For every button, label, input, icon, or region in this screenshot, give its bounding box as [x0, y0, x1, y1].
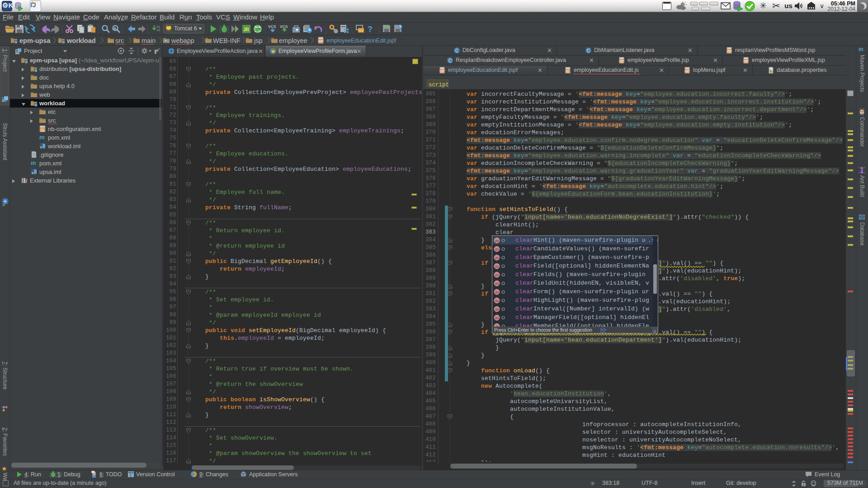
svg-text:m: m [495, 247, 499, 252]
svg-text:JR: JR [255, 27, 260, 32]
svg-text:m: m [495, 282, 499, 286]
svg-text:m: m [495, 307, 499, 312]
svg-text:m: m [495, 316, 499, 320]
svg-text:JR: JR [243, 27, 250, 32]
svg-text:m: m [495, 273, 499, 277]
svg-text:m: m [495, 290, 499, 295]
svg-text:JSP: JSP [727, 50, 731, 52]
svg-text:C: C [448, 58, 452, 63]
svg-text:m: m [495, 239, 499, 243]
svg-text:m: m [495, 256, 499, 260]
svg-text:<>: <> [359, 28, 363, 33]
svg-text:JSP: JSP [619, 60, 624, 62]
svg-text:JS: JS [566, 70, 569, 72]
svg-text:VCS: VCS [268, 24, 276, 29]
svg-text:C: C [455, 48, 458, 53]
svg-text:m: m [495, 299, 499, 303]
svg-text:JSP: JSP [318, 40, 323, 42]
svg-text:m: m [495, 264, 499, 269]
svg-text:?: ? [368, 25, 373, 34]
svg-text:JSP: JSP [744, 60, 748, 62]
svg-text:JSP: JSP [440, 70, 444, 72]
svg-text:JSP: JSP [685, 70, 689, 72]
svg-text:<>: <> [41, 128, 44, 131]
svg-text:C: C [587, 48, 590, 53]
